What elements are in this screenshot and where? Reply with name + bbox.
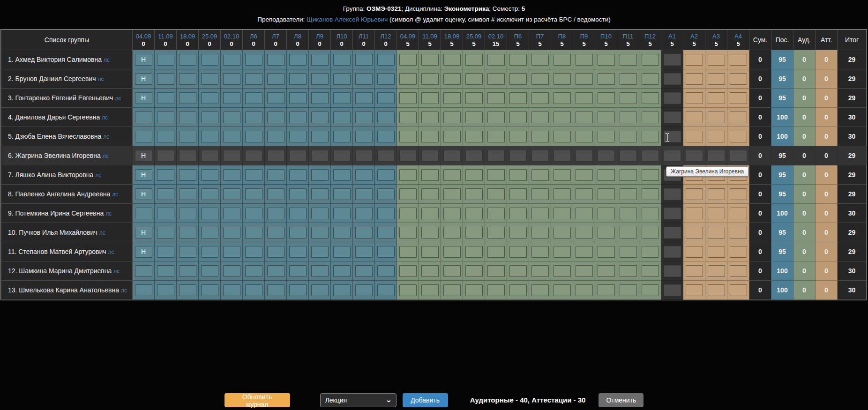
grade-input[interactable]: [730, 112, 747, 123]
grade-input[interactable]: [245, 112, 262, 123]
grade-input[interactable]: [487, 246, 505, 258]
grade-input[interactable]: [267, 265, 284, 277]
grade-input[interactable]: [201, 73, 218, 85]
grade-input[interactable]: [554, 208, 571, 219]
grade-input[interactable]: [620, 54, 637, 66]
grade-input[interactable]: [598, 54, 615, 66]
grade-input[interactable]: [201, 150, 218, 162]
grade-input[interactable]: [355, 73, 373, 85]
grade-input[interactable]: [355, 188, 373, 200]
grade-input[interactable]: [421, 265, 439, 277]
grade-input[interactable]: [245, 54, 262, 66]
grade-input[interactable]: [223, 112, 240, 123]
grade-input[interactable]: [333, 150, 351, 162]
session-column-link[interactable]: Л9: [309, 32, 330, 40]
grade-input[interactable]: [598, 208, 615, 219]
session-column-link[interactable]: 04.09: [133, 32, 154, 40]
grade-input[interactable]: [267, 188, 284, 200]
grade-input[interactable]: [686, 112, 703, 123]
session-column-link[interactable]: А1: [661, 32, 683, 40]
grade-input[interactable]: [399, 131, 417, 142]
grade-input[interactable]: [487, 92, 505, 104]
grade-input[interactable]: [289, 92, 307, 104]
grade-input[interactable]: [620, 208, 637, 219]
grade-input[interactable]: [245, 131, 262, 142]
grade-input[interactable]: [267, 227, 284, 239]
grade-input[interactable]: [598, 265, 615, 277]
grade-input[interactable]: [554, 188, 571, 200]
grade-input[interactable]: [465, 92, 483, 104]
student-profile-link[interactable]: лс: [105, 210, 112, 217]
grade-input[interactable]: [642, 284, 659, 296]
grade-input[interactable]: [201, 208, 218, 219]
grade-input[interactable]: [598, 246, 615, 258]
grade-input[interactable]: [399, 73, 417, 85]
grade-input[interactable]: Н: [135, 188, 152, 200]
grade-input[interactable]: [223, 92, 240, 104]
grade-input[interactable]: [443, 73, 461, 85]
grade-input[interactable]: [554, 227, 571, 239]
session-column-link[interactable]: П12: [639, 32, 661, 40]
grade-input[interactable]: [664, 227, 681, 239]
grade-input[interactable]: [509, 92, 527, 104]
session-column-link[interactable]: 04.09: [397, 32, 419, 40]
grade-input[interactable]: [333, 284, 351, 296]
grade-input[interactable]: [267, 246, 284, 258]
grade-input[interactable]: [267, 169, 284, 181]
grade-input[interactable]: [311, 131, 329, 142]
grade-input[interactable]: [377, 54, 395, 66]
session-column-link[interactable]: Л11: [353, 32, 374, 40]
grade-input[interactable]: [664, 73, 681, 85]
grade-input[interactable]: [157, 92, 174, 104]
grade-input[interactable]: [399, 112, 417, 123]
grade-input[interactable]: [179, 150, 196, 162]
grade-input[interactable]: [509, 169, 527, 181]
grade-input[interactable]: [399, 265, 417, 277]
grade-input[interactable]: [179, 73, 196, 85]
grade-input[interactable]: [333, 73, 351, 85]
grade-input[interactable]: [311, 227, 329, 239]
grade-input[interactable]: [509, 73, 527, 85]
lesson-type-select[interactable]: Лекция ⌄: [320, 393, 397, 407]
grade-input[interactable]: [487, 265, 505, 277]
grade-input[interactable]: [179, 112, 196, 123]
grade-input[interactable]: [377, 73, 395, 85]
grade-input[interactable]: [598, 188, 615, 200]
grade-input[interactable]: [355, 227, 373, 239]
grade-input[interactable]: [686, 150, 703, 162]
grade-input[interactable]: [642, 92, 659, 104]
grade-input[interactable]: [333, 112, 351, 123]
grade-input[interactable]: [157, 73, 174, 85]
grade-input[interactable]: [267, 112, 284, 123]
grade-input[interactable]: [223, 208, 240, 219]
grade-input[interactable]: [289, 227, 307, 239]
session-column-link[interactable]: А2: [683, 32, 705, 40]
grade-input[interactable]: [686, 92, 703, 104]
grade-input[interactable]: [642, 227, 659, 239]
grade-input[interactable]: [708, 227, 725, 239]
grade-input[interactable]: [598, 169, 615, 181]
grade-input[interactable]: [377, 112, 395, 123]
grade-input[interactable]: [289, 265, 307, 277]
grade-input[interactable]: Н: [135, 169, 152, 181]
grade-input[interactable]: [201, 246, 218, 258]
session-column-link[interactable]: П8: [551, 32, 573, 40]
grade-input[interactable]: [598, 131, 615, 142]
student-profile-link[interactable]: лс: [98, 76, 104, 82]
grade-input[interactable]: [686, 54, 703, 66]
grade-input[interactable]: [531, 112, 549, 123]
grade-input[interactable]: [333, 208, 351, 219]
grade-input[interactable]: [421, 73, 439, 85]
grade-input[interactable]: [333, 131, 351, 142]
grade-input[interactable]: Н: [135, 246, 152, 258]
grade-input[interactable]: [708, 246, 725, 258]
session-column-link[interactable]: А4: [727, 32, 749, 40]
grade-input[interactable]: [157, 188, 174, 200]
grade-input[interactable]: [289, 169, 307, 181]
student-profile-link[interactable]: лс: [102, 114, 108, 121]
grade-input[interactable]: [576, 284, 593, 296]
grade-input[interactable]: [135, 112, 152, 123]
grade-input[interactable]: [355, 112, 373, 123]
grade-input[interactable]: [487, 150, 505, 162]
grade-input[interactable]: [157, 112, 174, 123]
